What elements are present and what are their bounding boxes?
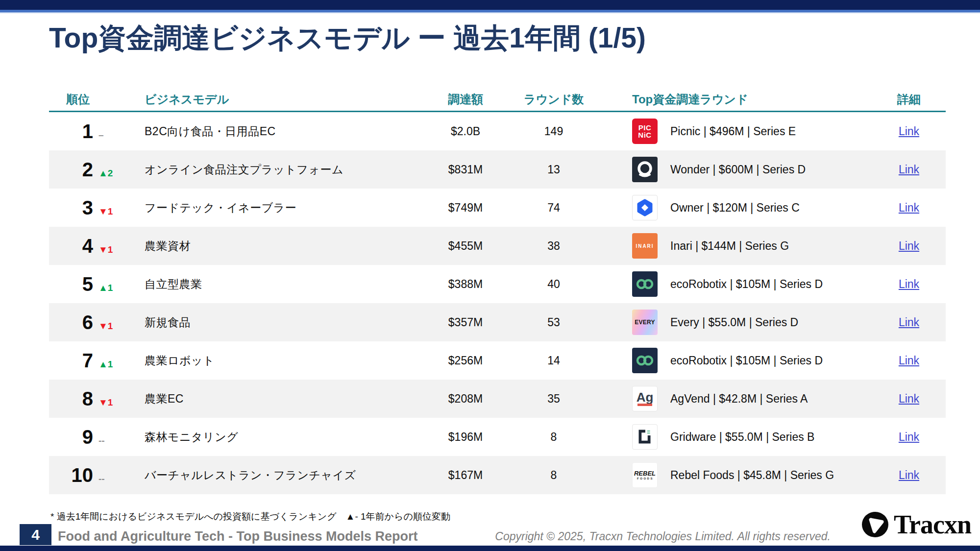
inari-logo-icon: INARI <box>632 233 658 259</box>
round-count: 38 <box>502 240 605 253</box>
ecorobotix-logo-icon <box>632 271 658 297</box>
bottom-accent-bar <box>0 546 980 551</box>
table-header-row: 順位 ビジネスモデル 調達額 ラウンド数 Top資金調達ラウンド 詳細 <box>49 88 946 112</box>
top-round-text: Owner | $120M | Series C <box>670 201 800 215</box>
rank-change: -- <box>93 474 105 484</box>
business-model-label: オンライン食品注文プラットフォーム <box>145 162 429 177</box>
rank-change: ▲2 <box>93 168 113 179</box>
rank-change: ▼1 <box>93 244 113 255</box>
business-model-label: バーチャルレストラン・フランチャイズ <box>145 468 429 483</box>
owner-logo-icon <box>632 195 658 220</box>
header-business-model: ビジネスモデル <box>145 92 429 107</box>
business-model-label: 森林モニタリング <box>145 430 429 445</box>
round-count: 35 <box>502 392 605 406</box>
detail-link[interactable]: Link <box>899 125 919 138</box>
rank-change: ▼1 <box>93 321 113 332</box>
funding-amount: $167M <box>429 469 502 482</box>
wonder-logo-icon <box>632 157 658 182</box>
business-model-label: 農業EC <box>145 391 429 407</box>
table-row: 2 ▲2 オンライン食品注文プラットフォーム $831M 13 Wonder |… <box>49 150 946 189</box>
every-logo-icon: EVERY <box>632 310 658 335</box>
funding-amount: $357M <box>429 316 502 329</box>
top-round-text: Rebel Foods | $45.8M | Series G <box>670 469 834 482</box>
top-round-text: Every | $55.0M | Series D <box>670 316 798 329</box>
top-round-text: Picnic | $496M | Series E <box>670 125 796 138</box>
page-number-badge: 4 <box>20 524 51 545</box>
picnic-logo-text: PIC <box>638 124 652 131</box>
round-count: 149 <box>502 125 605 138</box>
rank-value: 10 <box>49 464 93 486</box>
detail-link[interactable]: Link <box>899 392 919 405</box>
funding-amount: $455M <box>429 240 502 253</box>
round-count: 40 <box>502 278 605 291</box>
rank-value: 8 <box>49 388 93 410</box>
funding-amount: $831M <box>429 163 502 176</box>
detail-link[interactable]: Link <box>899 469 919 481</box>
header-detail: 詳細 <box>872 92 946 107</box>
rebel-foods-logo-text: FOODS <box>637 477 654 480</box>
ranking-table: 順位 ビジネスモデル 調達額 ラウンド数 Top資金調達ラウンド 詳細 1 – … <box>49 88 946 494</box>
detail-link[interactable]: Link <box>899 163 919 176</box>
table-row: 3 ▼1 フードテック・イネーブラー $749M 74 Owner | $120… <box>49 189 946 227</box>
funding-amount: $388M <box>429 278 502 291</box>
header-funding: 調達額 <box>429 92 502 107</box>
header-top-round: Top資金調達ラウンド <box>605 92 872 107</box>
tracxn-wordmark: Tracxn <box>894 509 971 540</box>
picnic-logo-icon: PIC NiC <box>632 119 658 144</box>
table-row: 7 ▲1 農業ロボット $256M 14 ecoRobotix | $105M … <box>49 341 946 380</box>
ranking-footnote: * 過去1年間におけるビジネスモデルへの投資額に基づくランキング ▲- 1年前か… <box>50 510 450 523</box>
funding-amount: $2.0B <box>429 125 502 138</box>
round-count: 8 <box>502 431 605 444</box>
rank-change: ▲1 <box>93 359 113 370</box>
round-count: 8 <box>502 469 605 482</box>
business-model-label: B2C向け食品・日用品EC <box>145 124 429 139</box>
table-row: 8 ▼1 農業EC $208M 35 Ag AgVend | $42.8M | … <box>49 380 946 418</box>
rank-change: – <box>93 130 104 141</box>
rebel-foods-logo-icon: REBEL FOODS <box>632 462 658 488</box>
round-count: 13 <box>502 163 605 176</box>
rank-value: 5 <box>49 273 93 295</box>
table-row: 9 -- 森林モニタリング $196M 8 Gridware | $55.0M … <box>49 418 946 456</box>
business-model-label: 農業ロボット <box>145 353 429 368</box>
top-round-text: ecoRobotix | $105M | Series D <box>670 278 823 291</box>
detail-link[interactable]: Link <box>899 278 919 290</box>
funding-amount: $196M <box>429 431 502 444</box>
top-round-text: AgVend | $42.8M | Series A <box>670 392 808 406</box>
business-model-label: 新規食品 <box>145 315 429 330</box>
header-rounds: ラウンド数 <box>502 92 605 107</box>
funding-amount: $208M <box>429 392 502 406</box>
table-row: 6 ▼1 新規食品 $357M 53 EVERY Every | $55.0M … <box>49 303 946 341</box>
detail-link[interactable]: Link <box>899 316 919 329</box>
detail-link[interactable]: Link <box>899 240 919 252</box>
funding-amount: $749M <box>429 201 502 215</box>
table-row: 5 ▲1 自立型農業 $388M 40 ecoRobotix | $105M |… <box>49 265 946 303</box>
rank-change: ▼1 <box>93 206 113 217</box>
top-round-text: Gridware | $55.0M | Series B <box>670 431 814 444</box>
round-count: 74 <box>502 201 605 215</box>
page-title: Top資金調達ビジネスモデル ー 過去1年間 (1/5) <box>49 20 646 57</box>
rebel-foods-logo-text: REBEL <box>634 470 656 477</box>
rank-change: ▼1 <box>93 397 113 408</box>
detail-link[interactable]: Link <box>899 201 919 214</box>
agvend-logo-icon: Ag <box>632 386 658 411</box>
detail-link[interactable]: Link <box>899 431 919 443</box>
rank-change: ▲1 <box>93 283 113 293</box>
table-row: 1 – B2C向け食品・日用品EC $2.0B 149 PIC NiC Picn… <box>49 112 946 150</box>
tracxn-logo: Tracxn <box>861 509 971 540</box>
copyright-text: Copyright © 2025, Tracxn Technologies Li… <box>495 530 831 543</box>
detail-link[interactable]: Link <box>899 354 919 367</box>
every-logo-text: EVERY <box>635 319 655 326</box>
agvend-logo-underline <box>637 404 652 406</box>
inari-logo-text: INARI <box>636 243 654 249</box>
picnic-logo-text: NiC <box>638 131 651 139</box>
top-round-text: ecoRobotix | $105M | Series D <box>670 354 823 367</box>
gridware-logo-icon <box>632 424 658 450</box>
top-accent-bar <box>0 0 980 10</box>
rank-value: 7 <box>49 350 93 372</box>
funding-amount: $256M <box>429 354 502 367</box>
rank-value: 4 <box>49 235 93 257</box>
ecorobotix-logo-icon <box>632 348 658 373</box>
rank-value: 1 <box>49 120 93 143</box>
agvend-logo-text: Ag <box>637 391 654 403</box>
round-count: 14 <box>502 354 605 367</box>
